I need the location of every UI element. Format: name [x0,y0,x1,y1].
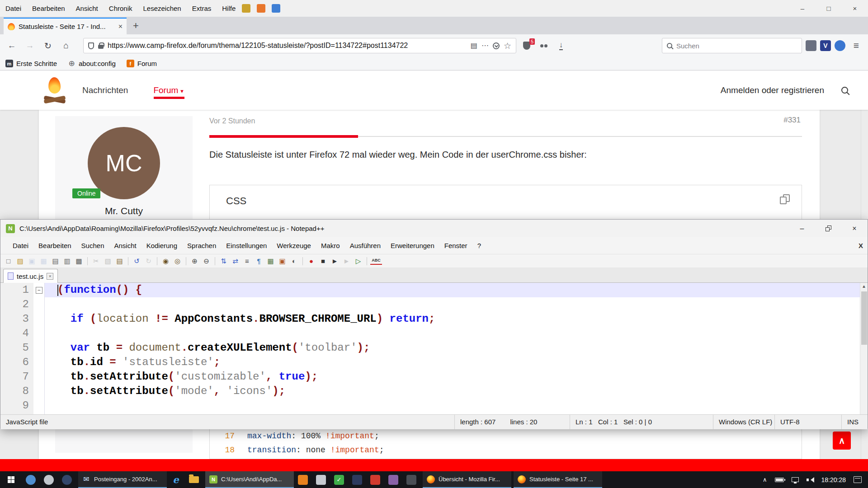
notepadpp-menu-item[interactable]: ? [472,242,486,249]
post-number[interactable]: #331 [783,116,801,125]
firefox-menu-item[interactable]: Chronik [109,5,132,12]
tray-expand-icon[interactable]: ∧ [763,476,767,483]
npp-toolbar-icon[interactable]: ⊖ [201,256,212,266]
copy-code-icon[interactable] [780,194,790,204]
notepadpp-menu-item[interactable]: Bearbeiten [33,242,76,249]
login-register-link[interactable]: Anmelden oder registrieren [721,85,824,95]
scrollbar-up-icon[interactable]: ▲ [860,283,868,291]
npp-code-line[interactable]: tb.setAttribute('mode', 'icons'); [45,384,860,399]
npp-toolbar-icon[interactable]: ▦ [38,256,49,266]
taskbar-pinned-icon[interactable] [402,475,420,485]
taskbar-pinned-icon[interactable]: ✓ [330,475,348,485]
bookmark-item[interactable]: ⊕about:config [68,60,116,67]
forward-button[interactable]: → [23,38,37,53]
minimize-button[interactable]: – [789,220,815,237]
action-center-icon[interactable] [854,476,862,483]
npp-toolbar-icon[interactable]: ◎ [172,256,183,266]
pen-extension-icon[interactable] [242,4,250,13]
taskbar-icon-file-explorer[interactable] [185,471,203,488]
adblock-extension-icon[interactable]: 5 [520,39,533,52]
close-button[interactable]: × [842,0,868,17]
npp-toolbar-icon[interactable]: ◉ [160,256,171,266]
notepadpp-menu-item[interactable]: Kodierung [142,242,182,249]
notepadpp-menu-item[interactable]: Datei [8,242,33,249]
notepadpp-editor[interactable]: 12345678910 − (function() { if (location… [0,283,868,414]
fold-marker-icon[interactable]: − [36,287,42,294]
npp-toolbar-icon[interactable]: ▣ [277,256,288,266]
taskbar-pinned-icon[interactable] [58,475,76,485]
post-author-name[interactable]: Mr. Cutty [55,206,193,216]
firefox-menu-item[interactable]: Ansicht [76,5,98,12]
notepadpp-menu-item[interactable]: Makro [316,242,345,249]
npp-code-line[interactable]: var tb = document.createXULElement('tool… [45,341,860,355]
taskbar-task-firefox-overview[interactable]: Übersicht - Mozilla Fir... [423,471,511,488]
notepadpp-menu-item[interactable]: Fenster [439,242,472,249]
new-tab-button[interactable]: + [133,21,139,31]
post-timestamp[interactable]: Vor 2 Stunden [209,117,255,125]
editor-scrollbar[interactable]: ▲ [860,283,868,414]
taskbar-clock[interactable]: 18:20:28 [821,476,846,483]
npp-code-line[interactable]: tb.id = 'statusleiste'; [45,355,860,370]
reader-view-icon[interactable]: ▤ [471,42,477,49]
document-tab-close-icon[interactable]: × [47,273,53,280]
npp-toolbar-icon[interactable]: ▤ [114,256,125,266]
notepadpp-menu-item[interactable]: Erweiterungen [386,242,439,249]
notepadpp-menu-item[interactable]: Ausführen [345,242,386,249]
firefox-menu-item[interactable]: Bearbeiten [32,5,65,12]
network-icon[interactable] [792,477,799,482]
minimize-button[interactable]: – [789,0,816,17]
firefox-menu-item[interactable]: Extras [192,5,212,12]
npp-toolbar-icon[interactable]: ▩ [74,256,84,266]
taskbar-task-firefox-statusleiste[interactable]: Statusleiste - Seite 17 ... [514,471,602,488]
taskbar-pinned-icon[interactable] [384,475,402,485]
bookmark-item[interactable]: fForum [127,60,157,67]
lock-icon[interactable] [98,45,104,49]
npp-toolbar-icon[interactable]: ▷ [353,256,363,266]
notepadpp-menu-item[interactable]: Werkzeuge [272,242,316,249]
reload-button[interactable]: ↻ [41,38,55,53]
firefox-menu-item[interactable]: Lesezeichen [143,5,181,12]
nav-forum[interactable]: Forum▾ [153,85,183,95]
home-button[interactable]: ⌂ [59,38,73,53]
search-bar[interactable]: Suchen [662,38,802,53]
firefox-menu-item[interactable]: Hilfe [222,5,236,12]
npp-toolbar-icon[interactable]: ► [330,256,340,266]
orange-extension-icon[interactable] [257,4,265,13]
npp-code-line[interactable] [45,399,860,413]
taskbar-pinned-icon[interactable] [22,475,40,485]
npp-toolbar-icon[interactable]: ⇅ [218,256,229,266]
npp-code-line[interactable]: tb.setAttribute('customizable', true); [45,370,860,384]
npp-toolbar-icon[interactable]: ▦ [265,256,276,266]
close-document-icon[interactable]: X [859,242,863,249]
restore-button[interactable] [815,220,841,237]
taskbar-pinned-icon[interactable] [40,475,58,485]
npp-toolbar-icon[interactable]: ▧ [103,256,113,266]
start-button[interactable] [0,471,22,488]
taskbar-icon-internet-explorer[interactable]: e [167,471,185,488]
v-extension-icon[interactable]: V [820,40,831,51]
bookmark-item[interactable]: mErste Schritte [5,60,57,67]
scroll-to-top-button[interactable]: ∧ [833,432,851,450]
menu-button[interactable]: ≡ [849,38,863,53]
bookmark-star-icon[interactable]: ☆ [504,42,511,50]
npp-toolbar-icon[interactable]: ▥ [62,256,72,266]
npp-code-line[interactable] [45,326,860,341]
site-search-icon[interactable] [841,87,848,94]
taskbar-pinned-icon[interactable] [366,475,384,485]
taskbar-pinned-icon[interactable] [294,475,312,485]
npp-code-line[interactable]: if (location != AppConstants.BROWSER_CHR… [45,312,860,326]
close-button[interactable]: × [841,220,868,237]
taskbar-pinned-icon[interactable] [312,475,330,485]
blue-extension-icon[interactable] [835,40,845,51]
code-area[interactable]: (function() { if (location != AppConstan… [45,283,860,414]
npp-toolbar-icon[interactable]: ↻ [143,256,154,266]
nav-messages[interactable]: Nachrichten [82,85,128,95]
tab-close-icon[interactable]: × [118,23,123,30]
downloads-button[interactable]: ↓ [554,39,568,52]
npp-toolbar-icon[interactable]: ≡ [242,256,252,266]
url-bar[interactable]: https://www.camp-firefox.de/forum/thema/… [83,38,516,53]
notepadpp-menu-item[interactable]: Sprachen [182,242,221,249]
notes-extension-icon[interactable] [806,40,816,51]
notepadpp-menu-item[interactable]: Suchen [76,242,109,249]
npp-toolbar-icon[interactable]: ● [306,256,316,266]
